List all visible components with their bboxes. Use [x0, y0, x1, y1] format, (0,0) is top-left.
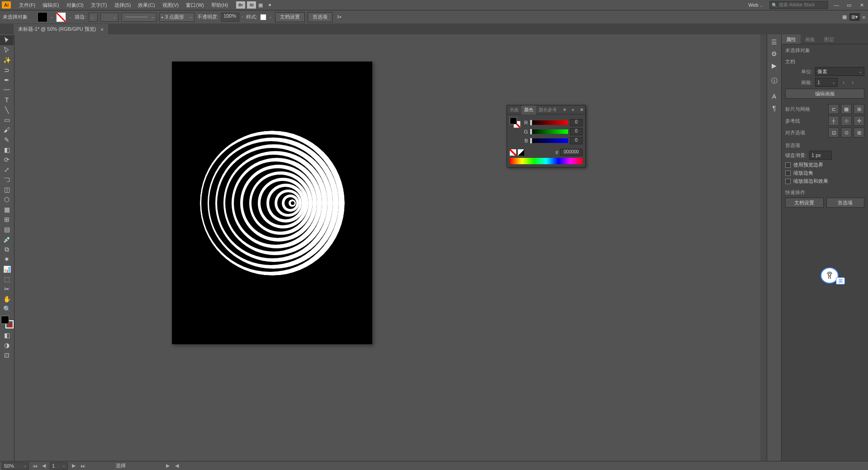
- nav-first-icon[interactable]: ⏮: [32, 463, 38, 469]
- menu-file[interactable]: 文件(F): [15, 2, 39, 9]
- align-control-icon[interactable]: ⫴▾: [337, 14, 342, 20]
- window-maximize[interactable]: ▭: [844, 2, 854, 8]
- stroke-swatch[interactable]: [56, 12, 66, 22]
- color-mode-icon[interactable]: ◧: [0, 330, 14, 340]
- g-slider[interactable]: [530, 129, 568, 134]
- lasso-tool[interactable]: ⊃: [0, 65, 14, 75]
- gradient-tool[interactable]: ▤: [0, 224, 14, 234]
- color-panel-collapse-icon[interactable]: «: [570, 107, 576, 112]
- character-icon[interactable]: A: [767, 90, 781, 102]
- guide-hide-icon[interactable]: ┼: [828, 116, 839, 126]
- list-mode-icon[interactable]: ≡: [863, 14, 865, 20]
- shape-builder-tool[interactable]: ⬡: [0, 195, 14, 204]
- menu-help[interactable]: 帮助(H): [208, 2, 232, 9]
- preview-bounds-checkbox[interactable]: [785, 162, 791, 168]
- fill-stroke-control[interactable]: [1, 316, 14, 328]
- menu-type[interactable]: 文字(T): [87, 2, 111, 9]
- ime-badge[interactable]: 英: [821, 267, 839, 284]
- window-close[interactable]: ✕: [857, 2, 866, 8]
- scale-tool[interactable]: ⤢: [0, 165, 14, 175]
- snap-grid-icon[interactable]: ⊞: [854, 128, 864, 138]
- rectangle-tool[interactable]: ▭: [0, 115, 14, 125]
- key-increment-input[interactable]: 1 px: [809, 151, 832, 160]
- zoom-dropdown[interactable]: 50%⌄: [2, 462, 29, 470]
- artboard-nav-input[interactable]: 1⌄: [50, 462, 68, 470]
- layout-mode-icon[interactable]: ⊞▾: [849, 13, 860, 21]
- grid-mode-icon[interactable]: ▦: [842, 14, 847, 20]
- width-tool[interactable]: ⫎: [0, 175, 14, 185]
- stroke-weight-dropdown[interactable]: ⌄: [89, 13, 98, 22]
- tab-properties[interactable]: 属性: [782, 34, 801, 44]
- paintbrush-tool[interactable]: 🖌: [0, 125, 14, 135]
- mesh-tool[interactable]: ⊞: [0, 214, 14, 224]
- rotate-tool[interactable]: ⟳: [0, 155, 14, 165]
- magic-wand-tool[interactable]: ✨: [0, 55, 14, 65]
- selection-tool[interactable]: [0, 35, 14, 45]
- draw-mode-icon[interactable]: ◑: [0, 340, 14, 350]
- eyedropper-tool[interactable]: 💉: [0, 234, 14, 244]
- tab-layers[interactable]: 图层: [820, 34, 839, 44]
- bridge-icon[interactable]: Br: [236, 1, 245, 9]
- snap-point-icon[interactable]: ⊙: [841, 128, 852, 138]
- column-graph-tool[interactable]: 📊: [0, 264, 14, 274]
- window-minimize[interactable]: —: [832, 2, 841, 8]
- nav-last-icon[interactable]: ⏭: [80, 463, 86, 469]
- menu-select[interactable]: 选择(S): [111, 2, 135, 9]
- tab-artboards[interactable]: 画板: [801, 34, 820, 44]
- symbol-sprayer-tool[interactable]: ✷: [0, 254, 14, 264]
- bw-swatch[interactable]: [518, 149, 524, 156]
- stock-icon[interactable]: St: [247, 1, 256, 9]
- fill-swatch[interactable]: [38, 12, 47, 22]
- color-tab-swatches[interactable]: 色板: [507, 105, 522, 114]
- workspace-switcher[interactable]: Web ⌄: [746, 2, 766, 8]
- status-play-icon[interactable]: ▶: [165, 463, 171, 469]
- artboard-next-icon[interactable]: ›: [849, 80, 856, 85]
- paragraph-icon[interactable]: ¶: [767, 102, 781, 114]
- status-left-icon[interactable]: ◀: [174, 463, 180, 469]
- actions-icon[interactable]: ⚙: [767, 48, 781, 60]
- canvas[interactable]: [14, 34, 771, 461]
- color-panel[interactable]: 色板 颜色 颜色参考 ≡ « ✕ R0 G0 B0: [507, 105, 586, 167]
- direct-selection-tool[interactable]: [0, 45, 14, 55]
- stroke-preset-dropdown[interactable]: • 3 点圆形⌄: [159, 13, 194, 22]
- gpu-icon[interactable]: ✦: [265, 2, 274, 8]
- r-slider[interactable]: [530, 120, 568, 125]
- stroke-profile-dropdown[interactable]: ⌄: [100, 13, 119, 22]
- artboard-dropdown[interactable]: 1⌄: [815, 78, 838, 87]
- play-icon[interactable]: ▶: [767, 60, 781, 71]
- hand-tool[interactable]: ✋: [0, 294, 14, 304]
- pen-tool[interactable]: ✒: [0, 75, 14, 85]
- snap-pixel-icon[interactable]: ⊡: [828, 128, 839, 138]
- fill-color-icon[interactable]: [1, 316, 9, 324]
- slice-tool[interactable]: ✂: [0, 284, 14, 294]
- arrange-docs-icon[interactable]: ▦: [256, 2, 265, 8]
- doc-setup-button[interactable]: 文档设置: [275, 12, 305, 22]
- g-value[interactable]: 0: [570, 128, 583, 135]
- blend-tool[interactable]: ⧉: [0, 244, 14, 254]
- color-panel-close-icon[interactable]: ✕: [578, 107, 585, 112]
- preferences-button[interactable]: 首选项: [308, 12, 332, 22]
- edit-artboards-button[interactable]: 编辑画板: [785, 89, 864, 99]
- artboard-tool[interactable]: ⬚: [0, 274, 14, 284]
- color-tab-guide[interactable]: 颜色参考: [536, 105, 560, 114]
- units-dropdown[interactable]: 像素⌄: [815, 67, 864, 76]
- document-tab[interactable]: 未标题-1* @ 50% (RGB/GPU 预览) ×: [14, 24, 108, 34]
- ruler-icon[interactable]: ⊏: [828, 104, 839, 114]
- type-tool[interactable]: T: [0, 95, 14, 105]
- shaper-tool[interactable]: ✎: [0, 135, 14, 145]
- no-color-swatch[interactable]: [510, 149, 516, 156]
- preferences-quick-button[interactable]: 首选项: [826, 198, 865, 208]
- menu-effect[interactable]: 效果(C): [134, 2, 158, 9]
- spectrum-picker[interactable]: [510, 158, 583, 164]
- free-transform-tool[interactable]: ◫: [0, 185, 14, 195]
- doc-setup-quick-button[interactable]: 文档设置: [785, 198, 824, 208]
- libraries-icon[interactable]: ☰: [767, 36, 781, 48]
- color-tab-color[interactable]: 颜色: [522, 105, 536, 114]
- menu-object[interactable]: 对象(O): [63, 2, 87, 9]
- scale-strokes-checkbox[interactable]: [785, 179, 791, 184]
- brush-dropdown[interactable]: ⌄: [121, 13, 157, 22]
- menu-window[interactable]: 窗口(W): [182, 2, 208, 9]
- menu-edit[interactable]: 编辑(E): [39, 2, 63, 9]
- zoom-tool[interactable]: 🔍: [0, 304, 14, 314]
- style-swatch[interactable]: [260, 14, 266, 20]
